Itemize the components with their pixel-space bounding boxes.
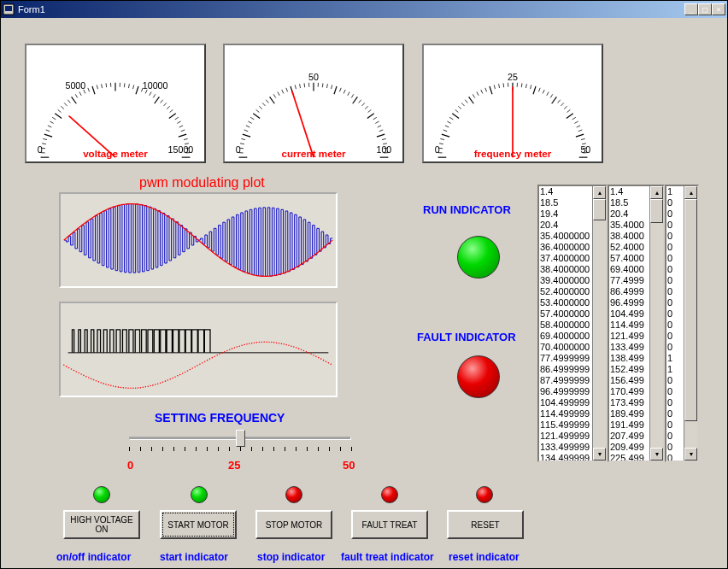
list-item[interactable]: 37.4000000 (539, 253, 592, 264)
scroll-thumb[interactable] (650, 199, 663, 223)
scrollbar[interactable]: ▴ ▾ (592, 186, 606, 460)
scroll-down-icon[interactable]: ▾ (593, 448, 606, 460)
list-item[interactable]: 58.4000000 (539, 320, 592, 331)
list-item[interactable]: 115.499999 (539, 419, 592, 431)
list-item[interactable]: 0 (666, 275, 684, 286)
scroll-thumb[interactable] (593, 199, 606, 220)
list-item[interactable]: 156.499 (609, 375, 649, 386)
list-item[interactable]: 121.499999 (539, 431, 592, 442)
list-item[interactable]: 18.5 (539, 197, 592, 208)
high-voltage-on-button[interactable]: HIGH VOLTAGE ON (63, 510, 140, 539)
list-item[interactable]: 39.4000000 (539, 275, 592, 286)
list-item[interactable]: 0 (666, 342, 684, 353)
close-button[interactable]: × (712, 3, 725, 15)
scrollbar[interactable]: ▴ ▾ (649, 186, 663, 460)
list-item[interactable]: 0 (666, 220, 684, 231)
list-item[interactable]: 96.4999999 (539, 386, 592, 397)
list-item[interactable]: 0 (666, 453, 684, 460)
list-item[interactable]: 0 (666, 375, 684, 386)
slider-thumb[interactable] (236, 430, 245, 447)
list-item[interactable]: 104.499 (609, 308, 649, 320)
list-item[interactable]: 52.4000000 (539, 286, 592, 297)
list-item[interactable]: 69.4000 (609, 264, 649, 275)
list-item[interactable]: 57.4000 (609, 253, 649, 264)
list-item[interactable]: 20.4 (539, 220, 592, 231)
list-item[interactable]: 87.4999999 (539, 375, 592, 386)
list-item[interactable]: 0 (666, 442, 684, 453)
fault-treat-button[interactable]: FAULT TREAT (351, 510, 428, 539)
list-item[interactable]: 0 (666, 431, 684, 442)
scroll-thumb[interactable] (684, 199, 697, 421)
minimize-button[interactable]: _ (684, 3, 698, 15)
listbox-1[interactable]: 1.418.519.420.435.400000036.400000037.40… (537, 185, 608, 462)
list-item[interactable]: 35.4000 (609, 220, 649, 231)
list-item[interactable]: 121.499 (609, 331, 649, 342)
list-item[interactable]: 0 (666, 286, 684, 297)
list-item[interactable]: 225.499 (609, 453, 649, 460)
scroll-up-icon[interactable]: ▴ (684, 186, 697, 199)
list-item[interactable]: 1.4 (539, 186, 592, 197)
list-item[interactable]: 52.4000 (609, 242, 649, 253)
list-item[interactable]: 38.4000000 (539, 264, 592, 275)
list-item[interactable]: 77.4999999 (539, 353, 592, 364)
list-item[interactable]: 133.499 (609, 342, 649, 353)
list-item[interactable]: 114.499 (609, 320, 649, 331)
list-item[interactable]: 1 (666, 186, 684, 197)
scroll-down-icon[interactable]: ▾ (650, 448, 663, 460)
list-item[interactable]: 53.4000000 (539, 297, 592, 308)
list-item[interactable]: 0 (666, 253, 684, 264)
list-item[interactable]: 36.4000000 (539, 242, 592, 253)
list-item[interactable]: 1 (666, 353, 684, 364)
list-item[interactable]: 19.4 (539, 208, 592, 220)
listbox-3[interactable]: 1000000000000001100000000 ▴ ▾ (665, 185, 699, 462)
list-item[interactable]: 96.4999 (609, 297, 649, 308)
list-item[interactable]: 0 (666, 197, 684, 208)
list-item[interactable]: 69.4000000 (539, 331, 592, 342)
list-item[interactable]: 189.499 (609, 408, 649, 419)
frequency-slider[interactable] (120, 431, 360, 457)
list-item[interactable]: 77.4999 (609, 275, 649, 286)
maximize-button[interactable]: □ (698, 3, 712, 15)
list-item[interactable]: 0 (666, 397, 684, 408)
list-item[interactable]: 18.5 (609, 197, 649, 208)
list-item[interactable]: 0 (666, 320, 684, 331)
list-item[interactable]: 191.499 (609, 419, 649, 431)
list-item[interactable]: 0 (666, 419, 684, 431)
list-item[interactable]: 114.499999 (539, 408, 592, 419)
list-item[interactable]: 0 (666, 386, 684, 397)
scroll-down-icon[interactable]: ▾ (684, 448, 697, 460)
list-item[interactable]: 134.499999 (539, 453, 592, 460)
list-item[interactable]: 170.499 (609, 386, 649, 397)
stop-motor-button[interactable]: STOP MOTOR (255, 510, 332, 539)
list-item[interactable]: 0 (666, 242, 684, 253)
reset-button[interactable]: RESET (447, 510, 524, 539)
start-motor-button[interactable]: START MOTOR (160, 510, 237, 539)
list-item[interactable]: 86.4999 (609, 286, 649, 297)
list-item[interactable]: 20.4 (609, 208, 649, 220)
list-item[interactable]: 0 (666, 308, 684, 320)
list-item[interactable]: 0 (666, 208, 684, 220)
list-item[interactable]: 86.4999999 (539, 364, 592, 375)
list-item[interactable]: 104.499999 (539, 397, 592, 408)
listbox-2[interactable]: 1.418.520.435.400038.400052.400057.40006… (608, 185, 665, 462)
list-item[interactable]: 70.4000000 (539, 342, 592, 353)
list-item[interactable]: 207.499 (609, 431, 649, 442)
list-item[interactable]: 0 (666, 264, 684, 275)
scroll-up-icon[interactable]: ▴ (593, 186, 606, 199)
list-item[interactable]: 133.499999 (539, 442, 592, 453)
list-item[interactable]: 173.499 (609, 397, 649, 408)
list-item[interactable]: 0 (666, 331, 684, 342)
list-item[interactable]: 152.499 (609, 364, 649, 375)
list-item[interactable]: 0 (666, 231, 684, 242)
scrollbar[interactable]: ▴ ▾ (684, 186, 697, 460)
list-item[interactable]: 138.499 (609, 353, 649, 364)
list-item[interactable]: 1 (666, 364, 684, 375)
list-item[interactable]: 0 (666, 408, 684, 419)
list-item[interactable]: 35.4000000 (539, 231, 592, 242)
list-item[interactable]: 38.4000 (609, 231, 649, 242)
list-item[interactable]: 0 (666, 297, 684, 308)
list-item[interactable]: 209.499 (609, 442, 649, 453)
list-item[interactable]: 1.4 (609, 186, 649, 197)
scroll-up-icon[interactable]: ▴ (650, 186, 663, 199)
list-item[interactable]: 57.4000000 (539, 308, 592, 320)
